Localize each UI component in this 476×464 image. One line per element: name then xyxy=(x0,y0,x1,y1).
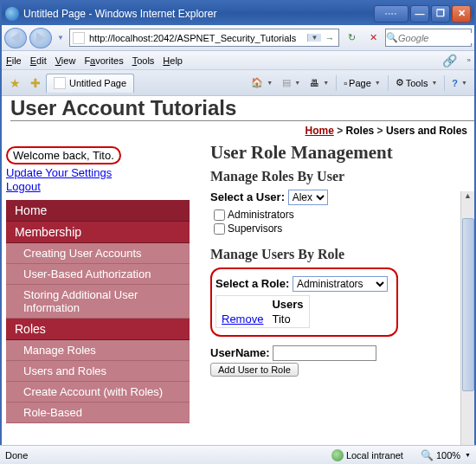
breadcrumb-home[interactable]: Home xyxy=(306,125,334,137)
menu-help[interactable]: Help xyxy=(163,55,183,66)
gear-icon: ⚙ xyxy=(396,77,404,88)
links-icon[interactable]: 🔗 xyxy=(442,54,457,68)
select-role-label: Select a Role: xyxy=(215,277,289,290)
stop-button[interactable]: ✕ xyxy=(363,29,383,47)
home-tool-button[interactable]: 🏠▼ xyxy=(247,74,277,93)
search-input[interactable] xyxy=(398,33,476,43)
search-box[interactable]: 🔍 xyxy=(385,29,472,47)
menu-view[interactable]: View xyxy=(55,55,76,66)
menu-tools[interactable]: Tools xyxy=(132,55,155,66)
nav-storing-additional-info[interactable]: Storing Additional User Information xyxy=(6,285,190,319)
status-text: Done xyxy=(5,450,331,461)
main-heading: User Role Management xyxy=(210,142,469,164)
menu-file[interactable]: File xyxy=(6,55,22,66)
ie-icon xyxy=(5,7,19,21)
menu-edit[interactable]: Edit xyxy=(30,55,47,66)
byuser-heading: Manage Roles By User xyxy=(210,169,469,184)
url-dropdown[interactable]: ▼ xyxy=(307,34,321,42)
tab-title: Untitled Page xyxy=(69,78,126,88)
breadcrumb-current: Users and Roles xyxy=(386,125,467,137)
zoom-control[interactable]: 🔍 100% ▼ xyxy=(421,449,471,461)
byrole-heading: Manage Users By Role xyxy=(210,247,469,262)
welcome-box: Welcome back, Tito. xyxy=(6,146,121,164)
status-bar: Done Local intranet 🔍 100% ▼ xyxy=(0,445,476,464)
table-row: Remove Tito xyxy=(218,313,307,325)
search-icon: 🔍 xyxy=(386,32,398,43)
scroll-thumb[interactable] xyxy=(462,218,474,391)
window-titlebar: Untitled Page - Windows Internet Explore… xyxy=(2,2,474,25)
nav-creating-user-accounts[interactable]: Creating User Accounts xyxy=(6,243,190,264)
favorites-star-icon[interactable]: ★ xyxy=(4,76,25,90)
logout-link[interactable]: Logout xyxy=(6,180,190,194)
users-header: Users xyxy=(268,298,306,311)
welcome-text: Welcome back, Tito. xyxy=(13,149,114,162)
print-icon: 🖶 xyxy=(310,78,319,88)
menu-bar: File Edit View Favorites Tools Help 🔗 » xyxy=(2,51,474,70)
winbtn-group[interactable]: ▫▫▫▫ xyxy=(374,5,408,23)
help-button[interactable]: ?▼ xyxy=(447,74,472,93)
nav-membership[interactable]: Membership xyxy=(6,222,190,243)
nav-home[interactable]: Home xyxy=(6,200,190,222)
page-title: User Account Tutorials xyxy=(10,96,474,121)
security-zone[interactable]: Local intranet xyxy=(331,449,403,461)
globe-icon xyxy=(331,449,344,461)
tools-menu-button[interactable]: ⚙Tools▼ xyxy=(391,74,442,93)
browser-tab[interactable]: Untitled Page xyxy=(46,74,134,93)
rss-icon: ▤ xyxy=(282,77,291,88)
print-button[interactable]: 🖶▼ xyxy=(306,74,333,93)
cb-administrators[interactable] xyxy=(214,209,225,221)
tab-page-icon xyxy=(54,77,66,89)
nav-dropdown[interactable]: ▼ xyxy=(55,28,67,48)
menu-favorites[interactable]: Favorites xyxy=(84,55,123,66)
zoom-icon: 🔍 xyxy=(421,449,434,461)
nav-roles[interactable]: Roles xyxy=(6,319,190,340)
cb-supervisors[interactable] xyxy=(214,223,225,235)
refresh-button[interactable]: ↻ xyxy=(342,29,361,47)
menu-overflow[interactable]: » xyxy=(467,56,471,64)
breadcrumb: Home > Roles > Users and Roles xyxy=(2,123,474,142)
scroll-up-arrow[interactable]: ▲ xyxy=(461,191,474,204)
url-input[interactable] xyxy=(87,32,307,44)
nav-create-account-roles[interactable]: Create Account (with Roles) xyxy=(6,382,190,403)
nav-toolbar: ▼ ▼ → ↻ ✕ 🔍 xyxy=(2,25,474,51)
nav-users-and-roles[interactable]: Users and Roles xyxy=(6,361,190,382)
users-in-role-table: Users Remove Tito xyxy=(215,295,310,328)
select-role-dropdown[interactable]: Administrators xyxy=(293,276,388,292)
vertical-scrollbar[interactable]: ▲ xyxy=(460,191,474,464)
breadcrumb-roles: Roles xyxy=(346,125,375,137)
address-bar[interactable]: ▼ → xyxy=(69,29,339,47)
user-cell: Tito xyxy=(268,313,306,325)
nav-manage-roles[interactable]: Manage Roles xyxy=(6,340,190,361)
page-icon2: ▫ xyxy=(344,78,347,88)
minimize-button[interactable]: — xyxy=(410,5,429,23)
add-favorites-icon[interactable]: ✚ xyxy=(25,76,46,90)
select-user-dropdown[interactable]: Alex xyxy=(288,190,328,205)
help-icon: ? xyxy=(452,78,458,88)
close-button[interactable]: ✕ xyxy=(452,5,471,23)
username-label: UserName: xyxy=(210,346,270,359)
tab-strip: ★ ✚ Untitled Page 🏠▼ ▤▼ 🖶▼ ▫Page▼ ⚙Tools… xyxy=(2,70,474,96)
feeds-button[interactable]: ▤▼ xyxy=(278,74,305,93)
remove-link[interactable]: Remove xyxy=(222,313,263,325)
page-icon xyxy=(73,32,85,44)
nav-user-based-authorization[interactable]: User-Based Authorization xyxy=(6,264,190,285)
back-button[interactable] xyxy=(4,28,27,48)
role-highlight-box: Select a Role: Administrators Users Remo… xyxy=(210,267,398,337)
home-icon: 🏠 xyxy=(251,77,263,88)
window-title: Untitled Page - Windows Internet Explore… xyxy=(23,8,374,20)
forward-button[interactable] xyxy=(29,28,52,48)
add-user-button[interactable]: Add User to Role xyxy=(210,363,299,377)
go-button[interactable]: → xyxy=(321,33,338,43)
nav-role-based[interactable]: Role-Based xyxy=(6,403,190,423)
nav-menu: Home Membership Creating User Accounts U… xyxy=(6,200,190,423)
update-settings-link[interactable]: Update Your Settings xyxy=(6,166,190,180)
username-input[interactable] xyxy=(273,345,376,361)
page-menu-button[interactable]: ▫Page▼ xyxy=(339,74,385,93)
maximize-button[interactable]: ❐ xyxy=(431,5,450,23)
select-user-label: Select a User: xyxy=(210,190,285,203)
